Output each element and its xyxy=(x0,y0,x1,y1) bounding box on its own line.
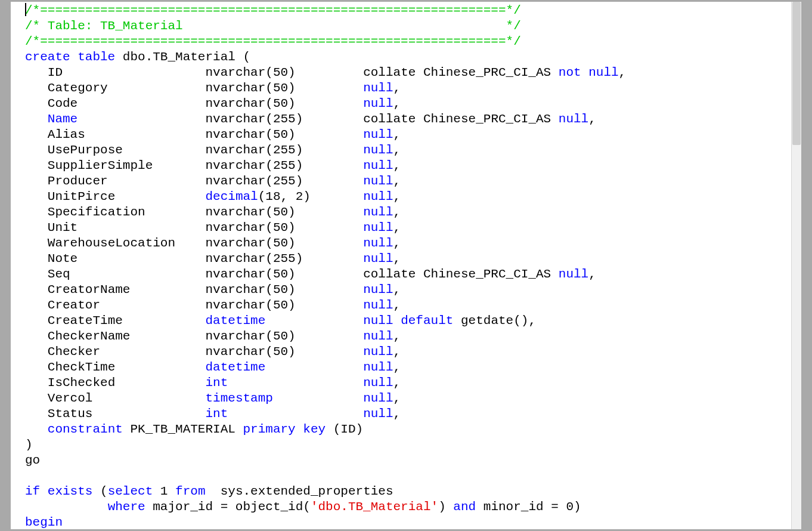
kw-if-exists: if exists xyxy=(25,484,92,498)
column-name: CreateTime xyxy=(48,314,206,328)
sql-comment-title: /* Table: TB_Material */ xyxy=(25,19,521,33)
column-type-kw: int xyxy=(205,376,228,390)
column-type: nvarchar(50) xyxy=(205,267,363,281)
kw-null: null xyxy=(363,190,393,203)
kw-null: null xyxy=(363,143,393,157)
column-type-kw: int xyxy=(205,407,228,421)
kw-null: null xyxy=(363,81,393,95)
kw-null: null xyxy=(363,376,393,390)
code-content[interactable]: /*======================================… xyxy=(11,2,792,529)
kw-where: where xyxy=(108,500,145,514)
column-name: CheckerName xyxy=(48,329,206,343)
column-name: Category xyxy=(48,81,206,95)
kw-default: default xyxy=(401,314,453,328)
kw-null: null xyxy=(363,174,393,188)
column-name: Unit xyxy=(48,221,206,234)
column-type: nvarchar(50) xyxy=(205,66,363,79)
column-name: ID xyxy=(48,66,206,79)
column-type: nvarchar(255) xyxy=(205,159,363,172)
text-cursor xyxy=(25,3,26,16)
column-name: UnitPirce xyxy=(48,190,206,203)
sql-comment-bar: /*======================================… xyxy=(25,35,521,48)
column-name: Name xyxy=(48,112,78,126)
column-type: nvarchar(255) xyxy=(205,252,363,266)
column-type-kw: timestamp xyxy=(205,391,272,405)
vertical-scrollbar-thumb[interactable] xyxy=(792,2,801,145)
kw-null: null xyxy=(363,128,393,141)
kw-null: null xyxy=(363,221,393,234)
kw-null: null xyxy=(363,360,393,374)
kw-null: null xyxy=(363,236,393,250)
kw-null: null xyxy=(363,345,393,359)
column-name: Producer xyxy=(48,174,206,188)
kw-null: null xyxy=(363,283,393,297)
column-type: nvarchar(50) xyxy=(205,221,363,234)
column-name: Creator xyxy=(48,298,206,312)
collate-clause: collate Chinese_PRC_CI_AS xyxy=(363,112,559,126)
string-literal: 'dbo.TB_Material' xyxy=(311,500,438,514)
column-name: IsChecked xyxy=(48,376,206,390)
kw-null: null xyxy=(363,205,393,219)
kw-null: null xyxy=(363,298,393,312)
column-type: nvarchar(50) xyxy=(205,205,363,219)
go-batch: go xyxy=(25,453,40,467)
kw-null: null xyxy=(363,97,393,110)
kw-from: from xyxy=(175,484,205,498)
column-name: Seq xyxy=(48,267,206,281)
column-type: nvarchar(50) xyxy=(205,97,363,110)
kw-null: null xyxy=(559,267,588,281)
column-type: nvarchar(50) xyxy=(205,283,363,297)
kw-null: null xyxy=(363,252,393,266)
kw-null: null xyxy=(363,391,393,405)
column-name: UsePurpose xyxy=(48,143,206,157)
kw-null: null xyxy=(559,112,588,126)
kw-null: null xyxy=(363,407,393,421)
kw-begin: begin xyxy=(25,515,63,529)
column-name: CheckTime xyxy=(48,360,206,374)
column-type-kw: datetime xyxy=(205,360,265,374)
create-table-name: dbo.TB_Material ( xyxy=(115,50,250,64)
column-type: nvarchar(50) xyxy=(205,81,363,95)
column-type: nvarchar(255) xyxy=(205,143,363,157)
column-name: Specification xyxy=(48,205,206,219)
kw-null: null xyxy=(363,329,393,343)
column-type-trail: (18, 2) xyxy=(258,190,311,203)
where-minorid: minor_id = 0) xyxy=(476,500,581,514)
column-name: Note xyxy=(48,252,206,266)
column-type: nvarchar(255) xyxy=(205,112,363,126)
pk-name: PK_TB_MATERIAL xyxy=(123,422,243,436)
code-editor-viewport[interactable]: /*======================================… xyxy=(11,2,792,529)
kw-null: null xyxy=(363,314,393,328)
collate-clause: collate Chinese_PRC_CI_AS xyxy=(363,66,559,79)
kw-and: and xyxy=(453,500,476,514)
column-name: SupplierSimple xyxy=(48,159,206,172)
default-getdate: getdate(), xyxy=(453,314,536,328)
kw-null: not null xyxy=(559,66,619,79)
code-editor-frame: /*======================================… xyxy=(11,2,801,529)
column-name: Vercol xyxy=(48,391,206,405)
kw-primary-key: primary key xyxy=(243,422,326,436)
select-one: 1 xyxy=(153,484,175,498)
column-type: nvarchar(50) xyxy=(205,329,363,343)
column-type: nvarchar(50) xyxy=(205,345,363,359)
column-type: nvarchar(50) xyxy=(205,128,363,141)
kw-constraint: constraint xyxy=(48,422,123,436)
column-name: WarehouseLocation xyxy=(48,236,206,250)
pk-columns: (ID) xyxy=(326,422,363,436)
if-exists-paren: ( xyxy=(92,484,107,498)
column-type-kw: decimal xyxy=(205,190,258,203)
column-name: Code xyxy=(48,97,206,110)
column-name: CreatorName xyxy=(48,283,206,297)
vertical-scrollbar[interactable] xyxy=(791,2,801,529)
column-type: nvarchar(50) xyxy=(205,298,363,312)
collate-clause: collate Chinese_PRC_CI_AS xyxy=(363,267,559,281)
close-paren: ) xyxy=(25,438,33,452)
column-name: Status xyxy=(48,407,206,421)
kw-select: select xyxy=(108,484,153,498)
column-type-kw: datetime xyxy=(205,314,265,328)
column-type: nvarchar(50) xyxy=(205,236,363,250)
where-majorid: major_id = object_id( xyxy=(145,500,311,514)
from-table: sys.extended_properties xyxy=(206,484,393,498)
column-name: Alias xyxy=(48,128,206,141)
where-close-paren: ) xyxy=(438,500,453,514)
